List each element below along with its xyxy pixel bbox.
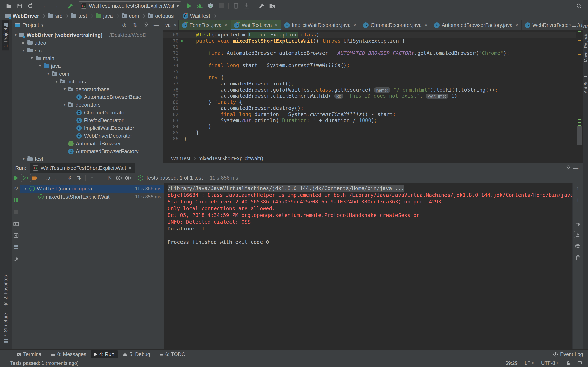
code-line-81[interactable]: 81 automatedBrowser.destroy(); — [163, 105, 583, 111]
close-icon[interactable]: × — [354, 22, 356, 28]
chevron-expanded-icon[interactable]: ▼ — [38, 64, 42, 68]
previous-occurrence-icon[interactable]: ↑ — [88, 174, 96, 182]
close-icon[interactable]: × — [129, 165, 131, 171]
lock-icon[interactable] — [564, 361, 572, 365]
event-log-widget[interactable]: Event Log — [553, 351, 583, 357]
chevron-expanded-icon[interactable]: ▼ — [14, 33, 17, 37]
next-occurrence-icon[interactable]: ↓ — [97, 174, 105, 182]
close-icon[interactable]: × — [275, 22, 277, 28]
run-icon[interactable] — [185, 1, 194, 10]
coverage-icon[interactable] — [206, 1, 215, 10]
tree-item-decoratorbase[interactable]: ▼decoratorbase — [12, 85, 163, 93]
forward-icon[interactable]: → — [51, 1, 60, 10]
breadcrumb-item-java[interactable]: java — [95, 13, 114, 19]
error-stripe[interactable] — [576, 30, 583, 154]
gear-icon[interactable] — [141, 22, 150, 29]
code-line-83[interactable]: 83 System.out.println("Duration: " + dur… — [163, 117, 583, 124]
chevron-expanded-icon[interactable]: ▼ — [30, 56, 34, 60]
screen-icon[interactable] — [575, 361, 584, 365]
chevron-expanded-icon[interactable]: ▼ — [22, 157, 25, 161]
tree-item-com[interactable]: ▼com — [12, 70, 163, 78]
chevron-down-icon[interactable]: ▾ — [42, 23, 43, 28]
rerun-icon[interactable] — [12, 174, 20, 182]
export-results-icon[interactable]: ⇱ — [106, 174, 114, 182]
hidden-tabs-dropdown[interactable]: ▾3 — [568, 20, 581, 30]
show-ignored-toggle[interactable] — [30, 174, 38, 182]
tab-va[interactable]: va× — [163, 20, 179, 30]
close-icon[interactable]: × — [424, 22, 427, 28]
chevron-expanded-icon[interactable]: ▼ — [63, 87, 66, 91]
tab-chromedecorator-java[interactable]: CChromeDecorator.java× — [360, 20, 431, 30]
attach-icon[interactable] — [232, 1, 241, 10]
tree-item-webdriver[interactable]: ▼WebDriver [webdrivertraining]~/Desktop/… — [12, 31, 163, 39]
gear-icon[interactable]: ▾ — [124, 174, 132, 182]
code-line-72[interactable]: 72 final AutomatedBrowser automatedBrows… — [163, 50, 583, 56]
run-config-dropdown[interactable]: WaitTest.mixedTestShortExplicitWait▾ — [78, 1, 182, 10]
tree-item-webdriverdecorator[interactable]: CWebDriverDecorator — [12, 132, 163, 140]
scroll-up-icon[interactable]: ↑ — [574, 184, 581, 192]
save-icon[interactable] — [15, 1, 24, 10]
chevron-expanded-icon[interactable]: ▼ — [63, 103, 66, 107]
stop-icon[interactable] — [217, 1, 226, 10]
tree-item-main[interactable]: ▼main — [12, 54, 163, 62]
test-row-0[interactable]: ▼✓WaitTest (com.octopus)11 s 856 ms — [20, 184, 164, 193]
close-icon[interactable]: × — [224, 22, 227, 28]
history-icon[interactable]: ▾ — [115, 174, 123, 182]
code-line-75[interactable]: 75 — [163, 68, 583, 75]
code-line-85[interactable]: 85 } — [163, 130, 583, 136]
chevron-expanded-icon[interactable]: ▼ — [22, 49, 25, 53]
hide-panel-icon[interactable]: — — [572, 165, 580, 171]
debug-icon[interactable] — [195, 1, 204, 10]
code-line-69[interactable]: 69 @Test(expected = TimeoutException.cla… — [163, 32, 583, 38]
chevron-collapsed-icon[interactable]: ▶ — [22, 41, 25, 45]
run-console[interactable]: /Library/Java/JavaVirtualMachines/jdk1.8… — [164, 183, 572, 350]
project-structure-icon[interactable] — [268, 1, 277, 10]
sidebar-item-structure[interactable]: 7: Structure — [2, 310, 9, 345]
tab-waittest-java[interactable]: CWaitTest.java× — [231, 20, 281, 30]
import-tests-icon[interactable] — [13, 232, 19, 239]
code-line-71[interactable]: 71 — [163, 44, 583, 50]
tree-item-automatedbrowserbase[interactable]: CAutomatedBrowserBase — [12, 93, 163, 101]
stripe-mark[interactable] — [578, 54, 581, 55]
close-icon[interactable]: × — [173, 22, 176, 28]
breadcrumb-class[interactable]: WaitTest — [171, 156, 190, 161]
search-icon[interactable] — [575, 1, 584, 10]
tree-item-.idea[interactable]: ▶.idea — [12, 39, 163, 47]
coverage-icon[interactable] — [13, 197, 19, 203]
code-line-74[interactable]: 74 final long start = System.currentTime… — [163, 62, 583, 68]
chevron-expanded-icon[interactable]: ▼ — [47, 72, 50, 76]
build-hammer-icon[interactable] — [66, 1, 75, 10]
code-line-79[interactable]: 79 automatedBrowser.clickElementWithId( … — [163, 93, 583, 99]
hide-panel-icon[interactable]: — — [152, 22, 160, 28]
toolwindow-button-6-todo[interactable]: 6: TODO — [155, 350, 189, 359]
gear-icon[interactable] — [563, 165, 572, 171]
breadcrumb-item-octopus[interactable]: octopus — [147, 13, 175, 19]
back-icon[interactable]: ← — [41, 1, 50, 10]
dump-icon[interactable] — [242, 1, 251, 10]
code-line-76[interactable]: 76 try { — [163, 75, 583, 81]
test-row-1[interactable]: ✓mixedTestShortExplicitWait11 s 856 ms — [20, 193, 164, 201]
tab-automatedbrowserfactory-java[interactable]: CAutomatedBrowserFactory.java× — [431, 20, 522, 30]
grid-icon[interactable] — [13, 244, 19, 250]
show-passed-toggle[interactable]: ✓ — [21, 174, 29, 182]
toolwindow-button-terminal[interactable]: Terminal — [13, 350, 46, 359]
tree-item-java[interactable]: ▼java — [12, 62, 163, 70]
sidebar-item-project[interactable]: 1: Project — [2, 20, 9, 50]
breadcrumb-item-com[interactable]: com — [121, 13, 140, 19]
code-area[interactable]: 69 @Test(expected = TimeoutException.cla… — [163, 30, 583, 154]
encoding-widget[interactable]: UTF-8⇕ — [539, 360, 561, 366]
tree-item-src[interactable]: ▼src — [12, 47, 163, 54]
scroll-to-end-icon[interactable] — [574, 231, 581, 238]
expand-all-icon[interactable]: ⇳ — [66, 174, 74, 182]
code-line-82[interactable]: 82 final long duration = System.currentT… — [163, 111, 583, 117]
tree-item-firefoxdecorator[interactable]: CFirefoxDecorator — [12, 117, 163, 124]
tree-item-test[interactable]: ▼test — [12, 155, 163, 163]
toolwindow-button-0-messages[interactable]: 0: Messages — [47, 350, 89, 359]
sort-duration-icon[interactable]: ↓≡ — [52, 174, 61, 182]
code-line-78[interactable]: 78 automatedBrowser.goTo(WaitTest.class.… — [163, 87, 583, 93]
breadcrumb-item-webdriver[interactable]: WebDriver — [4, 13, 40, 19]
stripe-mark[interactable] — [578, 119, 581, 120]
close-icon[interactable]: × — [515, 22, 518, 28]
sync-icon[interactable] — [26, 1, 35, 10]
code-line-86[interactable]: 86} — [163, 136, 583, 142]
